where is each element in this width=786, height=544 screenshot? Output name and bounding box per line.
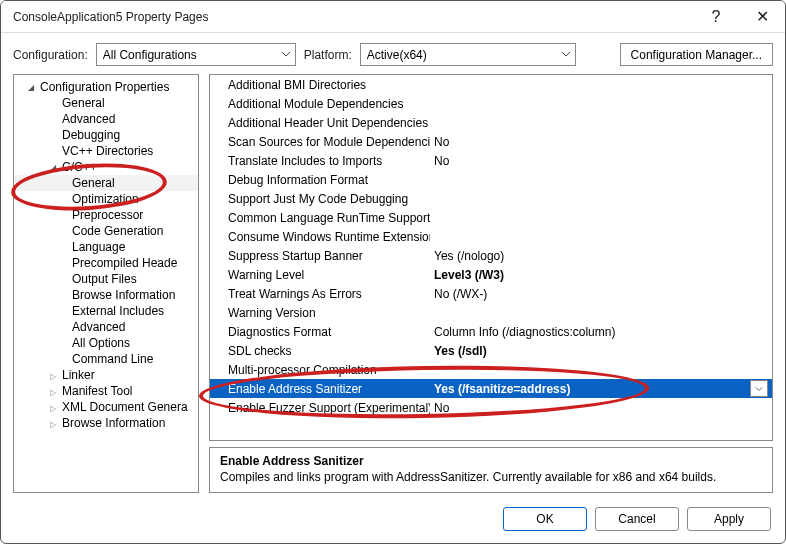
expander-icon[interactable] [28,80,38,94]
grid-row[interactable]: Translate Includes to ImportsNo [210,151,772,170]
grid-value: Yes (/sdl) [430,344,772,358]
tree-label: Optimization [72,192,139,206]
grid-row[interactable]: Diagnostics FormatColumn Info (/diagnost… [210,322,772,341]
tree-label: Browse Information [62,416,165,430]
chevron-down-icon [281,49,291,59]
tree-label: Advanced [72,320,125,334]
grid-key: Additional Header Unit Dependencies [210,116,430,130]
tree-root[interactable]: Configuration Properties [14,79,198,95]
cancel-button[interactable]: Cancel [595,507,679,531]
expander-icon[interactable] [50,368,60,382]
grid-key: Enable Address Sanitizer [210,382,430,396]
tree-label: All Options [72,336,130,350]
configuration-manager-button[interactable]: Configuration Manager... [620,43,773,66]
expander-icon[interactable] [50,384,60,398]
tree-item[interactable]: Precompiled Heade [14,255,198,271]
tree-item[interactable]: External Includes [14,303,198,319]
tree-label: VC++ Directories [62,144,153,158]
grid-row[interactable]: SDL checksYes (/sdl) [210,341,772,360]
tree-item[interactable]: Manifest Tool [14,383,198,399]
titlebar: ConsoleApplication5 Property Pages ? ✕ [1,1,785,33]
right-pane: Additional BMI DirectoriesAdditional Mod… [209,74,773,493]
config-row: Configuration: All Configurations Platfo… [1,33,785,74]
tree-item[interactable]: Advanced [14,111,198,127]
grid-value: No [430,135,772,149]
ok-button[interactable]: OK [503,507,587,531]
tree-item[interactable]: Linker [14,367,198,383]
grid-row[interactable]: Enable Address SanitizerYes (/fsanitize=… [210,379,772,398]
tree-label: Linker [62,368,95,382]
platform-value: Active(x64) [367,48,427,62]
tree-label: Manifest Tool [62,384,132,398]
tree-label: Configuration Properties [40,80,169,94]
grid-row[interactable]: Treat Warnings As ErrorsNo (/WX-) [210,284,772,303]
close-button[interactable]: ✕ [739,1,785,33]
grid-row[interactable]: Suppress Startup BannerYes (/nologo) [210,246,772,265]
tree-label: XML Document Genera [62,400,188,414]
tree-item[interactable]: Browse Information [14,287,198,303]
tree-item[interactable]: XML Document Genera [14,399,198,415]
close-icon: ✕ [756,7,769,26]
tree-label: Output Files [72,272,137,286]
tree-item[interactable]: Command Line [14,351,198,367]
grid-row[interactable]: Warning LevelLevel3 (/W3) [210,265,772,284]
grid-row[interactable]: Scan Sources for Module DependenciesNo [210,132,772,151]
tree-item[interactable]: VC++ Directories [14,143,198,159]
grid-value: Column Info (/diagnostics:column) [430,325,772,339]
grid-row[interactable]: Consume Windows Runtime Extension [210,227,772,246]
grid-row[interactable]: Support Just My Code Debugging [210,189,772,208]
grid-row[interactable]: Warning Version [210,303,772,322]
tree-item[interactable]: Advanced [14,319,198,335]
grid-key: Treat Warnings As Errors [210,287,430,301]
grid-row[interactable]: Additional Header Unit Dependencies [210,113,772,132]
tree-label: General [72,176,115,190]
grid-value: Yes (/nologo) [430,249,772,263]
grid-key: Suppress Startup Banner [210,249,430,263]
tree-item[interactable]: Code Generation [14,223,198,239]
grid-row[interactable]: Debug Information Format [210,170,772,189]
configuration-manager-label: Configuration Manager... [631,48,762,62]
tree-item[interactable]: Debugging [14,127,198,143]
tree-label: Precompiled Heade [72,256,177,270]
grid-key: Common Language RunTime Support [210,211,430,225]
dropdown-button[interactable] [750,380,768,397]
grid-key: Additional Module Dependencies [210,97,430,111]
tree-label: Browse Information [72,288,175,302]
description-title: Enable Address Sanitizer [220,454,762,468]
tree-item[interactable]: Output Files [14,271,198,287]
tree-item[interactable]: Language [14,239,198,255]
grid-row[interactable]: Enable Fuzzer Support (Experimental)No [210,398,772,417]
grid-row[interactable]: Common Language RunTime Support [210,208,772,227]
expander-icon[interactable] [50,400,60,414]
tree-label: Command Line [72,352,153,366]
window-title: ConsoleApplication5 Property Pages [13,10,693,24]
tree-item[interactable]: Optimization [14,191,198,207]
tree-item[interactable]: Browse Information [14,415,198,431]
nav-tree[interactable]: Configuration Properties GeneralAdvanced… [13,74,199,493]
grid-key: Diagnostics Format [210,325,430,339]
grid-row[interactable]: Multi-processor Compilation [210,360,772,379]
tree-item[interactable]: Preprocessor [14,207,198,223]
tree-item[interactable]: All Options [14,335,198,351]
property-grid[interactable]: Additional BMI DirectoriesAdditional Mod… [209,74,773,441]
apply-button[interactable]: Apply [687,507,771,531]
tree-label: Code Generation [72,224,163,238]
grid-row[interactable]: Additional BMI Directories [210,75,772,94]
configuration-combo[interactable]: All Configurations [96,43,296,66]
platform-combo[interactable]: Active(x64) [360,43,576,66]
main-area: Configuration Properties GeneralAdvanced… [1,74,785,501]
expander-icon[interactable] [50,160,60,174]
grid-row[interactable]: Additional Module Dependencies [210,94,772,113]
tree-ccpp[interactable]: C/C++ [14,159,198,175]
tree-label: C/C++ [62,160,97,174]
tree-item[interactable]: General [14,175,198,191]
grid-key: Translate Includes to Imports [210,154,430,168]
expander-icon[interactable] [50,416,60,430]
description-body: Compiles and links program with AddressS… [220,470,762,484]
help-button[interactable]: ? [693,1,739,33]
tree-label: External Includes [72,304,164,318]
chevron-down-icon [561,49,571,59]
tree-item[interactable]: General [14,95,198,111]
tree-label: General [62,96,105,110]
grid-value: No [430,154,772,168]
